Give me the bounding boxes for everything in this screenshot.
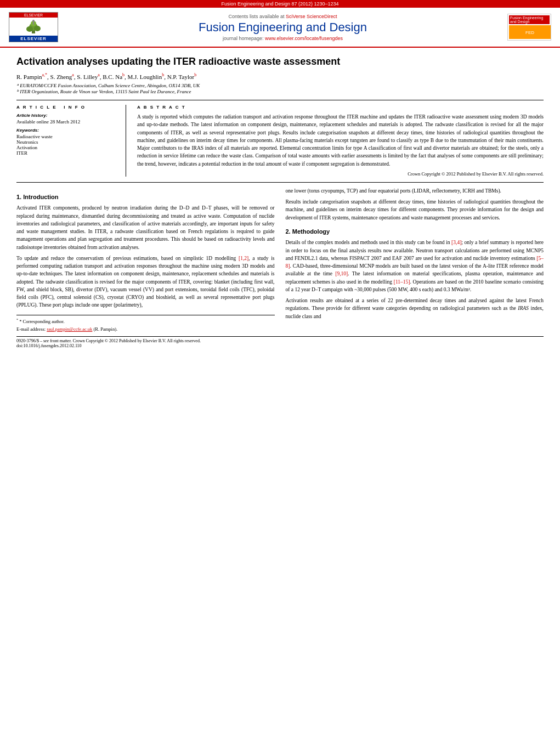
journal-header: ELSEVIER ELSEVIER Contents lists availab…: [0, 8, 560, 48]
affiliations: ᵃ EURATOM/CCFE Fusion Association, Culha…: [16, 83, 544, 94]
article-history-value: Available online 28 March 2012: [16, 119, 117, 125]
journal-homepage: journal homepage: www.elsevier.com/locat…: [64, 36, 502, 41]
svg-point-5: [32, 20, 35, 22]
journal-logo-right: Fusion Engineeringand Design FED: [507, 14, 551, 41]
keywords-label: Keywords:: [16, 128, 117, 133]
abstract-label: A B S T R A C T: [137, 105, 544, 110]
journal-title: Fusion Engineering and Design: [64, 20, 502, 35]
issue-text: Fusion Engineering and Design 87 (2012) …: [221, 1, 338, 7]
section1-para1: Activated ITER components, produced by n…: [16, 204, 275, 251]
affil-a: ᵃ EURATOM/CCFE Fusion Association, Culha…: [16, 83, 544, 88]
ref-12[interactable]: [1,2]: [239, 256, 248, 261]
homepage-link[interactable]: www.elsevier.com/locate/fusengdes: [265, 36, 343, 41]
sciverse-line: Contents lists available at SciVerse Sci…: [64, 14, 502, 19]
email-link[interactable]: raul.pampin@ccfe.ac.uk: [47, 326, 92, 332]
sciverse-link[interactable]: SciVerse ScienceDirect: [286, 14, 337, 19]
section2-para2: Activation results are obtained at a ser…: [286, 297, 544, 320]
body-col-right: one lower (torus cryopumps, TCP) and fou…: [286, 187, 544, 334]
abstract-col: A B S T R A C T A study is reported whic…: [137, 105, 544, 177]
article-title: Activation analyses updating the ITER ra…: [16, 55, 544, 68]
elsevier-logo: ELSEVIER ELSEVIER: [9, 12, 58, 42]
copyright-line: Crown Copyright © 2012 Published by Else…: [137, 171, 544, 177]
affil-b: ᵇ ITER Organization, Route de Vinon sur …: [16, 89, 544, 94]
divider-body: [16, 182, 544, 183]
article-history-label: Article history:: [16, 113, 117, 118]
keyword-2: Neutronics: [16, 139, 117, 145]
section2-heading: 2. Methodology: [286, 227, 544, 236]
header-center: Contents lists available at SciVerse Sci…: [64, 14, 502, 41]
divider-top: [16, 100, 544, 100]
body-col-left: 1. Introduction Activated ITER component…: [16, 187, 275, 334]
article-meta-section: A R T I C L E I N F O Article history: A…: [16, 105, 544, 177]
section1-right-para2: Results include categorisation snapshots…: [286, 198, 544, 222]
abstract-text: A study is reported which computes the r…: [137, 113, 544, 168]
section1-heading: 1. Introduction: [16, 193, 275, 202]
keyword-1: Radioactive waste: [16, 134, 117, 139]
authors-line: R. Pampina,*, S. Zhenga, S. Lilleya, B.C…: [16, 72, 544, 80]
email-line: E-mail address: raul.pampin@ccfe.ac.uk (…: [16, 326, 275, 333]
article-info-label: A R T I C L E I N F O: [16, 105, 117, 110]
main-content: Activation analyses updating the ITER ra…: [0, 48, 560, 356]
keyword-3: Activation: [16, 145, 117, 150]
logo-right-top: Fusion Engineeringand Design: [509, 15, 550, 24]
body-section: 1. Introduction Activated ITER component…: [16, 187, 544, 334]
svg-rect-6: [33, 22, 34, 25]
ref-58[interactable]: [5–8]: [286, 256, 544, 269]
keyword-4: ITER: [16, 150, 117, 156]
svg-point-2: [26, 26, 33, 32]
elsevier-logo-top: ELSEVIER: [9, 13, 58, 18]
elsevier-wordmark: ELSEVIER: [9, 36, 58, 42]
article-info-col: A R T I C L E I N F O Article history: A…: [16, 105, 126, 177]
logo-right-image: FED: [509, 25, 550, 39]
section2-para1: Details of the complex models and method…: [286, 239, 544, 293]
footer-bottom: 0920-3796/$ – see front matter. Crown Co…: [16, 336, 544, 348]
section1-para2: To update and reduce the conservatism of…: [16, 254, 275, 309]
ref-1115[interactable]: [11–15]: [394, 279, 410, 285]
footnote-section: * * Corresponding author. E-mail address…: [16, 315, 275, 333]
journal-issue-bar: Fusion Engineering and Design 87 (2012) …: [0, 0, 560, 8]
corresponding-author: * * Corresponding author.: [16, 318, 275, 325]
ref-34[interactable]: [3,4]: [451, 240, 461, 245]
svg-text:FED: FED: [525, 30, 534, 35]
svg-point-3: [34, 26, 41, 31]
section1-right-para1: one lower (torus cryopumps, TCP) and fou…: [286, 187, 544, 195]
ref-910[interactable]: [9,10]: [335, 271, 348, 276]
elsevier-tree-graphic: [20, 18, 47, 36]
